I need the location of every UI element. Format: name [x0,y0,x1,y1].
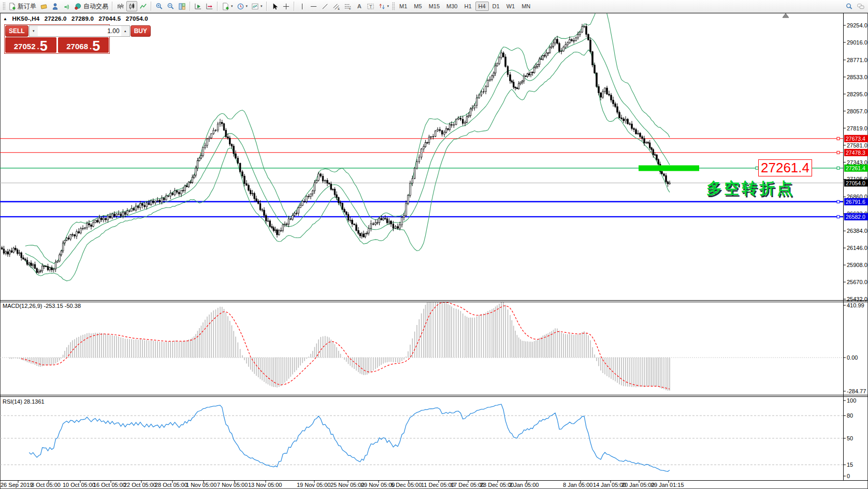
candle [501,53,502,57]
candlestick-mode-button[interactable] [126,1,137,11]
candle [536,66,537,67]
time-label: 16 Oct 05:00 [93,482,126,488]
price-tick-label: 25908.0 [847,262,867,268]
candle [181,190,182,194]
candle [592,52,594,65]
autotrading-button[interactable]: 自动交易 [73,1,110,11]
candle [602,92,604,97]
crosshair-tool-button[interactable] [281,1,292,11]
channel-tool-button[interactable]: E [331,1,342,11]
candle [231,144,233,146]
chart-shift-button[interactable] [204,1,215,11]
candle [24,259,26,260]
volume-input[interactable] [38,26,121,36]
timeframe-h1-button[interactable]: H1 [461,2,474,11]
candle [527,73,528,76]
signals-button[interactable] [61,1,72,11]
toolbar-grip[interactable] [392,2,395,10]
search-button[interactable] [844,1,855,11]
candle [481,92,482,95]
candle [334,189,336,195]
buy-button[interactable]: BUY [131,25,151,37]
vertical-line-tool-button[interactable] [297,1,308,11]
cursor-tool-button[interactable] [269,1,280,11]
candle [328,183,330,184]
fibonacci-tool-button[interactable]: F [342,1,353,11]
candle [174,190,176,195]
timeframe-m1-button[interactable]: M1 [396,2,410,11]
zoom-in-icon [155,3,163,10]
volume-decrease-button[interactable]: ▾ [30,26,38,36]
candle [109,216,111,218]
buy-price[interactable]: 27068.5 [58,37,109,53]
sell-button[interactable]: SELL [5,25,28,37]
support-line-marker[interactable] [837,215,840,218]
toolbar-grip[interactable] [3,2,5,10]
candle [49,268,51,270]
timeframe-d1-button[interactable]: D1 [489,2,503,11]
price-tick-label: 25432.0 [847,296,867,302]
auto-scroll-button[interactable] [193,1,204,11]
chart-shift-marker[interactable] [783,13,789,18]
candle [257,201,259,204]
candle [142,203,143,205]
time-label: 5 Dec 05:00 [391,482,422,488]
profiles-button[interactable]: ▾ [235,1,250,11]
candle [580,32,581,35]
timeframe-m30-button[interactable]: M30 [443,2,460,11]
chevron-down-icon: ▾ [387,4,389,8]
candle [122,212,124,216]
bar-chart-mode-button[interactable] [115,1,126,11]
new-chart-button[interactable]: ▾ [220,1,235,11]
macd-histogram [10,297,670,391]
candle [312,191,313,194]
timeframe-w1-button[interactable]: W1 [503,2,518,11]
price-tick-label: 27343.0 [847,159,867,166]
candle [45,266,47,267]
macd-label: MACD(12,26,9) -253.15 -50.38 [3,303,81,309]
text-label-icon: T [367,3,374,10]
turning-point-highlight[interactable] [639,166,699,171]
volume-increase-button[interactable]: ▴ [121,26,129,36]
price-axis: 29254.029016.028771.028533.028295.028057… [843,22,867,302]
zoom-in-button[interactable] [154,1,165,11]
line-chart-mode-button[interactable] [138,1,149,11]
turning-point-line-marker[interactable] [837,167,840,169]
candle [327,180,328,183]
text-tool-button[interactable]: A [354,1,365,11]
symbol-period: HK50-,H4 [12,16,40,22]
candle [609,94,610,95]
horizontal-line-tool-button[interactable] [308,1,319,11]
resistance-line-marker[interactable] [837,137,840,140]
support-line-marker[interactable] [837,200,840,203]
text-label-tool-button[interactable]: T [365,1,376,11]
resistance-line-marker[interactable] [837,151,840,154]
candle [497,64,498,66]
market-watch-button[interactable] [38,1,49,11]
candle [296,213,297,214]
indicators-button[interactable]: ▾ [250,1,264,11]
candle [539,59,540,65]
turning-point-text[interactable]: 多空转折点 [706,178,794,199]
new-order-button[interactable]: 新订单 [7,1,38,11]
sell-price[interactable]: 27052.5 [5,37,56,53]
candle [246,184,248,185]
chart-canvas[interactable]: 29254.029016.028771.028533.028295.028057… [0,0,868,489]
timeframe-mn-button[interactable]: MN [518,2,533,11]
price-callout-box[interactable]: 27261.4 [758,159,812,176]
bollinger-middle-band [25,37,670,268]
candle [105,218,107,220]
data-window-button[interactable] [50,1,61,11]
sell-price-int: 27052 [14,42,36,51]
trendline-tool-button[interactable] [320,1,330,11]
timeframe-m5-button[interactable]: M5 [411,2,425,11]
arrows-tool-button[interactable]: ▾ [377,1,391,11]
candle [340,203,341,203]
collapse-icon[interactable]: ▲ [3,17,7,21]
candle [116,214,118,216]
zoom-out-button[interactable] [165,1,176,11]
chat-button[interactable] [855,1,866,11]
timeframe-m15-button[interactable]: M15 [426,2,443,11]
timeframe-h4-button[interactable]: H4 [475,2,489,11]
tile-windows-button[interactable] [177,1,187,11]
